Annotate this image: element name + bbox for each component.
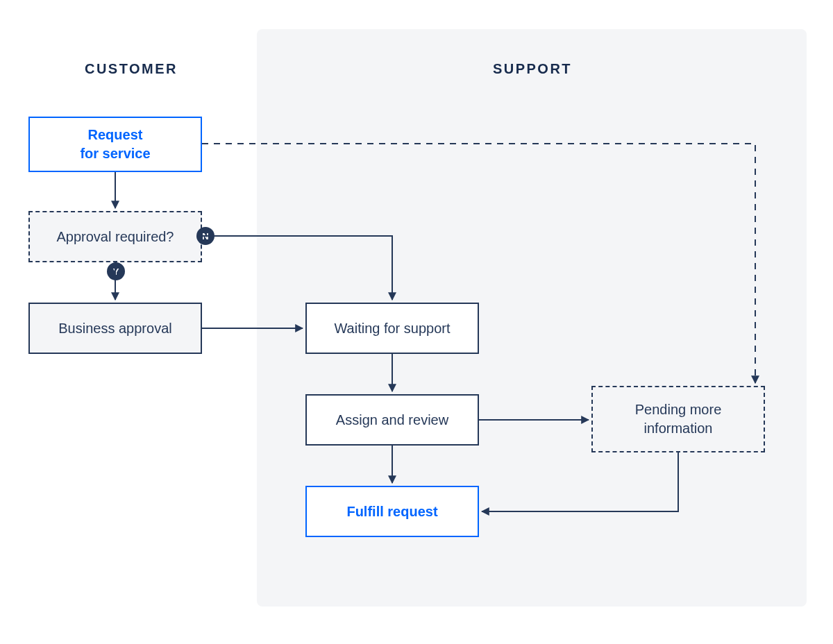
- node-waiting-for-support: Waiting for support: [305, 303, 479, 354]
- node-request-for-service: Request for service: [28, 117, 202, 172]
- badge-yes: Y: [107, 262, 125, 280]
- lane-title-customer: CUSTOMER: [85, 61, 178, 77]
- node-pending-more-information: Pending more information: [591, 386, 765, 452]
- diagram-canvas: CUSTOMER SUPPORT Request for service App…: [0, 0, 833, 644]
- node-approval-required: Approval required?: [28, 211, 202, 262]
- badge-no: N: [196, 227, 214, 245]
- node-assign-and-review: Assign and review: [305, 394, 479, 446]
- lane-title-support: SUPPORT: [493, 61, 572, 77]
- node-fulfill-request: Fulfill request: [305, 486, 479, 537]
- node-business-approval: Business approval: [28, 303, 202, 354]
